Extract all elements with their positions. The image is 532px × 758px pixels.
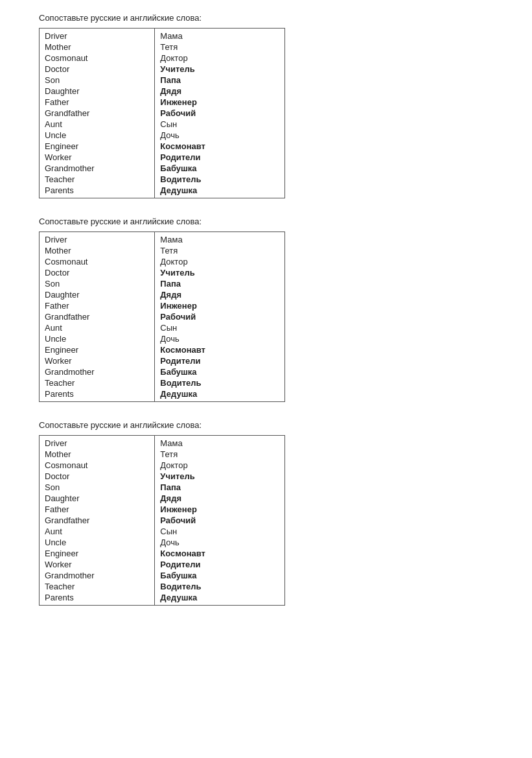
english-word: Mother bbox=[40, 41, 155, 53]
table-row: EngineerКосмонавт bbox=[40, 344, 285, 355]
russian-word: Бабушка bbox=[155, 163, 285, 174]
table-row: WorkerРодители bbox=[40, 559, 285, 570]
match-table-3: DriverМамаMotherТетяCosmonautДокторDocto… bbox=[39, 435, 285, 606]
english-word: Grandmother bbox=[40, 163, 155, 174]
instruction-1: Сопоставьте русские и английские слова: bbox=[39, 13, 493, 23]
russian-word: Дедушка bbox=[155, 185, 285, 198]
english-word: Son bbox=[40, 75, 155, 86]
russian-word: Дядя bbox=[155, 493, 285, 504]
table-row: DoctorУчитель bbox=[40, 64, 285, 75]
table-row: GrandfatherРабочий bbox=[40, 515, 285, 526]
table-row: UncleДочь bbox=[40, 333, 285, 344]
table-row: AuntСын bbox=[40, 526, 285, 537]
table-row: DriverМама bbox=[40, 29, 285, 42]
russian-word: Родители bbox=[155, 355, 285, 366]
english-word: Daughter bbox=[40, 493, 155, 504]
table-row: UncleДочь bbox=[40, 130, 285, 141]
instruction-3: Сопоставьте русские и английские слова: bbox=[39, 420, 493, 430]
table-row: ParentsДедушка bbox=[40, 388, 285, 402]
table-row: MotherТетя bbox=[40, 449, 285, 460]
table-row: FatherИнженер bbox=[40, 504, 285, 515]
russian-word: Сын bbox=[155, 322, 285, 333]
russian-word: Рабочий bbox=[155, 311, 285, 322]
section-3: Сопоставьте русские и английские слова:D… bbox=[39, 420, 493, 606]
table-row: UncleДочь bbox=[40, 537, 285, 548]
table-row: SonПапа bbox=[40, 278, 285, 289]
table-row: AuntСын bbox=[40, 322, 285, 333]
russian-word: Рабочий bbox=[155, 108, 285, 119]
russian-word: Тетя bbox=[155, 449, 285, 460]
english-word: Father bbox=[40, 97, 155, 108]
russian-word: Дочь bbox=[155, 537, 285, 548]
table-row: TeacherВодитель bbox=[40, 377, 285, 388]
english-word: Worker bbox=[40, 152, 155, 163]
english-word: Parents bbox=[40, 185, 155, 198]
table-row: DriverМама bbox=[40, 436, 285, 449]
russian-word: Космонавт bbox=[155, 548, 285, 559]
english-word: Grandfather bbox=[40, 311, 155, 322]
table-row: ParentsДедушка bbox=[40, 592, 285, 606]
russian-word: Бабушка bbox=[155, 366, 285, 377]
english-word: Parents bbox=[40, 388, 155, 402]
english-word: Cosmonaut bbox=[40, 256, 155, 267]
english-word: Father bbox=[40, 504, 155, 515]
english-word: Son bbox=[40, 482, 155, 493]
table-row: DaughterДядя bbox=[40, 86, 285, 97]
table-row: TeacherВодитель bbox=[40, 581, 285, 592]
english-word: Father bbox=[40, 300, 155, 311]
english-word: Driver bbox=[40, 232, 155, 246]
russian-word: Водитель bbox=[155, 377, 285, 388]
english-word: Teacher bbox=[40, 581, 155, 592]
russian-word: Дедушка bbox=[155, 388, 285, 402]
english-word: Daughter bbox=[40, 289, 155, 300]
english-word: Daughter bbox=[40, 86, 155, 97]
english-word: Grandmother bbox=[40, 570, 155, 581]
russian-word: Дочь bbox=[155, 333, 285, 344]
table-row: WorkerРодители bbox=[40, 355, 285, 366]
russian-word: Тетя bbox=[155, 245, 285, 256]
russian-word: Бабушка bbox=[155, 570, 285, 581]
table-row: GrandmotherБабушка bbox=[40, 570, 285, 581]
english-word: Uncle bbox=[40, 130, 155, 141]
english-word: Teacher bbox=[40, 377, 155, 388]
russian-word: Папа bbox=[155, 75, 285, 86]
table-row: GrandfatherРабочий bbox=[40, 108, 285, 119]
table-row: TeacherВодитель bbox=[40, 174, 285, 185]
english-word: Worker bbox=[40, 559, 155, 570]
table-row: DriverМама bbox=[40, 232, 285, 246]
english-word: Grandfather bbox=[40, 108, 155, 119]
russian-word: Дядя bbox=[155, 289, 285, 300]
table-row: EngineerКосмонавт bbox=[40, 548, 285, 559]
russian-word: Доктор bbox=[155, 53, 285, 64]
instruction-2: Сопоставьте русские и английские слова: bbox=[39, 217, 493, 226]
russian-word: Тетя bbox=[155, 41, 285, 53]
main-page: Сопоставьте русские и английские слова:D… bbox=[0, 0, 532, 637]
table-row: EngineerКосмонавт bbox=[40, 141, 285, 152]
russian-word: Папа bbox=[155, 278, 285, 289]
table-row: MotherТетя bbox=[40, 41, 285, 53]
russian-word: Доктор bbox=[155, 256, 285, 267]
table-row: WorkerРодители bbox=[40, 152, 285, 163]
english-word: Aunt bbox=[40, 322, 155, 333]
russian-word: Мама bbox=[155, 29, 285, 42]
english-word: Engineer bbox=[40, 548, 155, 559]
english-word: Driver bbox=[40, 436, 155, 449]
russian-word: Космонавт bbox=[155, 344, 285, 355]
table-row: MotherТетя bbox=[40, 245, 285, 256]
russian-word: Родители bbox=[155, 152, 285, 163]
table-row: AuntСын bbox=[40, 119, 285, 130]
english-word: Son bbox=[40, 278, 155, 289]
english-word: Worker bbox=[40, 355, 155, 366]
english-word: Uncle bbox=[40, 333, 155, 344]
russian-word: Космонавт bbox=[155, 141, 285, 152]
english-word: Aunt bbox=[40, 119, 155, 130]
section-2: Сопоставьте русские и английские слова:D… bbox=[39, 217, 493, 402]
russian-word: Родители bbox=[155, 559, 285, 570]
table-row: ParentsДедушка bbox=[40, 185, 285, 198]
russian-word: Учитель bbox=[155, 267, 285, 278]
russian-word: Сын bbox=[155, 119, 285, 130]
russian-word: Учитель bbox=[155, 471, 285, 482]
table-row: DaughterДядя bbox=[40, 289, 285, 300]
russian-word: Дедушка bbox=[155, 592, 285, 606]
english-word: Mother bbox=[40, 245, 155, 256]
